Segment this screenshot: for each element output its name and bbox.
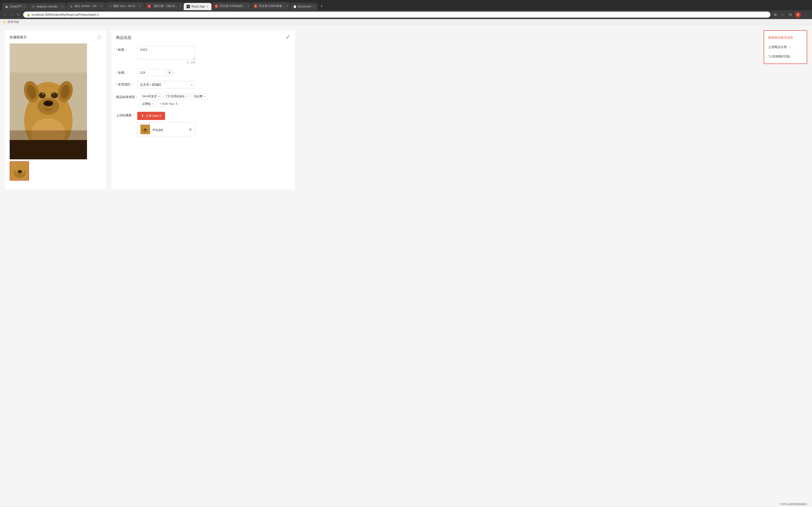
tab-icon[interactable]: 🐜 图标 Icon - Ant D... ✕ bbox=[106, 2, 144, 10]
svg-point-11 bbox=[42, 94, 43, 95]
region-label-text: 发货地区： bbox=[118, 82, 134, 87]
region-value: 北京市 / 西城区 bbox=[140, 82, 161, 87]
tab-close-jd[interactable]: ✕ bbox=[179, 5, 181, 8]
tag-shipping-label: 包运费 bbox=[194, 95, 203, 99]
title-label: * 标题： bbox=[116, 46, 135, 52]
add-tag-label: + 标签 Max: 6 bbox=[160, 102, 177, 106]
tag-shipping: 包运费 ✕ bbox=[192, 94, 208, 100]
tab-csdn1[interactable]: C 写文章-CSDN创作... ✕ bbox=[212, 2, 251, 10]
react-favicon: ⚛ bbox=[187, 5, 190, 8]
forward-button[interactable]: › bbox=[9, 12, 13, 17]
menu-icon[interactable]: ⋮ bbox=[803, 12, 809, 17]
upload-form-row: 上传轮播图： ⬆ 上传 Max 5 bbox=[116, 112, 290, 136]
thumbnail-1[interactable] bbox=[10, 161, 29, 181]
svg-point-8 bbox=[39, 93, 46, 98]
title-form-row: * 标题： 1421 4 / 100 bbox=[116, 46, 290, 64]
amount-required-star: * bbox=[116, 71, 117, 74]
tag-24h: 24小时发货 ✕ bbox=[140, 94, 162, 100]
tag-shipping-close[interactable]: ✕ bbox=[203, 95, 206, 98]
title-input[interactable]: 1421 bbox=[137, 46, 195, 60]
tab-close-icon[interactable]: ✕ bbox=[139, 5, 141, 8]
tab-document[interactable]: 📄 Document ✕ bbox=[290, 3, 318, 10]
svg-point-6 bbox=[45, 103, 48, 105]
nav-actions: ⊞ ☆ ⊟ X ⋮ bbox=[772, 12, 809, 18]
amount-label-text: 金额： bbox=[118, 70, 128, 75]
tab-csdn2[interactable]: C 写文章-CSDN博客... ✕ bbox=[251, 2, 290, 10]
svg-point-12 bbox=[53, 94, 54, 95]
tag-24h-close[interactable]: ✕ bbox=[158, 95, 160, 98]
tab-react[interactable]: ⚛ React App ✕ bbox=[184, 3, 211, 10]
svg-point-29 bbox=[145, 129, 146, 130]
extensions-icon[interactable]: ⊟ bbox=[788, 12, 793, 17]
svg-rect-1 bbox=[10, 44, 87, 72]
tab-close-csdn2[interactable]: ✕ bbox=[286, 5, 289, 8]
icon-favicon: 🐜 bbox=[108, 5, 112, 8]
sidebar-divider-2 bbox=[768, 52, 803, 52]
tag-insurance: 运费险 ✕ bbox=[140, 101, 156, 107]
refresh-button[interactable]: ↻ bbox=[15, 12, 21, 17]
tab-label-document: Document bbox=[298, 5, 311, 8]
tab-close-chatgpt[interactable]: ✕ bbox=[23, 5, 26, 8]
new-tab-button[interactable]: + bbox=[318, 2, 325, 10]
bookmarks-bar: 📁 所有书签 bbox=[0, 19, 812, 25]
sidebar-item-poster-label: *上传海报(可选) bbox=[768, 54, 790, 59]
edit-icon[interactable] bbox=[286, 35, 290, 40]
tab-bar: 🤖 ChatGPT ✕ S swiperjs.com/de... ✕ ⚓ 锚点 … bbox=[0, 0, 812, 10]
region-select[interactable]: 北京市 / 西城区 ▾ bbox=[137, 81, 195, 89]
sidebar-item-category[interactable]: 上传商品分类 ⚠ bbox=[768, 43, 803, 51]
carousel-panel: 轮播图展示 📄 bbox=[5, 30, 106, 189]
tag-insurance-close[interactable]: ✕ bbox=[152, 102, 154, 106]
tab-anchor[interactable]: ⚓ 锚点 Anchor - An... ✕ bbox=[67, 2, 105, 10]
address-bar[interactable]: 🔒 localhost:3000/index/MyShop/ListProduc… bbox=[23, 12, 770, 18]
region-required-star: * bbox=[116, 82, 117, 87]
amount-label: * 金额： bbox=[116, 69, 135, 75]
file-delete-button[interactable]: 🗑 bbox=[189, 127, 192, 131]
amount-input[interactable] bbox=[137, 69, 166, 76]
tab-close-csdn1[interactable]: ✕ bbox=[247, 5, 249, 8]
tab-chatgpt[interactable]: 🤖 ChatGPT ✕ bbox=[2, 3, 28, 10]
upload-button[interactable]: ⬆ 上传 Max 5 bbox=[137, 112, 165, 120]
file-name: dog.jpg bbox=[152, 128, 186, 131]
svg-point-24 bbox=[18, 170, 21, 172]
tab-close-react[interactable]: ✕ bbox=[206, 5, 209, 8]
tab-close-document[interactable]: ✕ bbox=[312, 5, 315, 8]
profile-button[interactable]: X bbox=[795, 12, 801, 18]
warning-icon: ⚠ bbox=[788, 45, 792, 49]
tab-label-csdn2: 写文章-CSDN博客... bbox=[259, 4, 285, 8]
tab-label-swiperjs: swiperjs.com/de... bbox=[37, 5, 60, 8]
region-form-row: * 发货地区： 北京市 / 西城区 ▾ bbox=[116, 81, 290, 89]
tab-close-anchor[interactable]: ✕ bbox=[100, 5, 102, 8]
thumbnail-1-image bbox=[10, 162, 29, 180]
tab-jd[interactable]: J 【德力西（DELIX... ✕ bbox=[145, 2, 183, 10]
tab-label-csdn1: 写文章-CSDN创作... bbox=[220, 4, 246, 8]
anchor-favicon: ⚓ bbox=[69, 5, 73, 8]
back-button[interactable]: ‹ bbox=[3, 12, 7, 17]
title-label-text: 标题： bbox=[118, 48, 128, 52]
status-bar: CSDN @鲜鲜鱼版面42... bbox=[777, 501, 812, 507]
tab-label-icon: 图标 Icon - Ant D... bbox=[113, 4, 138, 8]
browser-chrome: 🤖 ChatGPT ✕ S swiperjs.com/de... ✕ ⚓ 锚点 … bbox=[0, 0, 812, 25]
sidebar-item-category-label: 上传商品分类 bbox=[768, 45, 787, 49]
tab-close-swiperjs[interactable]: ✕ bbox=[61, 5, 63, 8]
bookmarks-folder[interactable]: 📁 所有书签 bbox=[3, 20, 19, 24]
region-form-content: 北京市 / 西城区 ▾ bbox=[137, 81, 290, 89]
floating-sidebar: 商检商品基本信息 上传商品分类 ⚠ *上传海报(可选) bbox=[764, 30, 807, 64]
tab-label-anchor: 锚点 Anchor - An... bbox=[74, 4, 99, 8]
upload-label: 上传轮播图： bbox=[116, 112, 135, 118]
upload-icon: ⬆ bbox=[141, 114, 144, 118]
carousel-file-icon[interactable]: 📄 bbox=[97, 35, 101, 40]
translate-icon[interactable]: ⊞ bbox=[772, 12, 778, 17]
amount-form-row: * 金额： ¥ bbox=[116, 69, 290, 76]
star-icon[interactable]: ☆ bbox=[780, 12, 785, 17]
sidebar-item-poster[interactable]: *上传海报(可选) bbox=[768, 52, 803, 61]
nav-bar: ‹ › ↻ 🔒 localhost:3000/index/MyShop/List… bbox=[0, 10, 812, 19]
tab-swiperjs[interactable]: S swiperjs.com/de... ✕ bbox=[29, 3, 66, 10]
tag-7day-close[interactable]: ✕ bbox=[186, 95, 188, 98]
add-tag-button[interactable]: + 标签 Max: 6 bbox=[158, 101, 180, 107]
page-content: 轮播图展示 📄 bbox=[0, 25, 812, 506]
title-char-count: 4 / 100 bbox=[137, 61, 195, 64]
tag-insurance-label: 运费险 bbox=[142, 102, 151, 106]
tags-container: 24小时发货 ✕ 7天无理由退化 ✕ 包运费 ✕ 运费险 bbox=[140, 94, 212, 107]
sidebar-item-basic-info[interactable]: 商检商品基本信息 bbox=[768, 34, 803, 42]
product-panel: 商品信息 * 标题： 1421 4 / 100 bbox=[111, 30, 295, 189]
